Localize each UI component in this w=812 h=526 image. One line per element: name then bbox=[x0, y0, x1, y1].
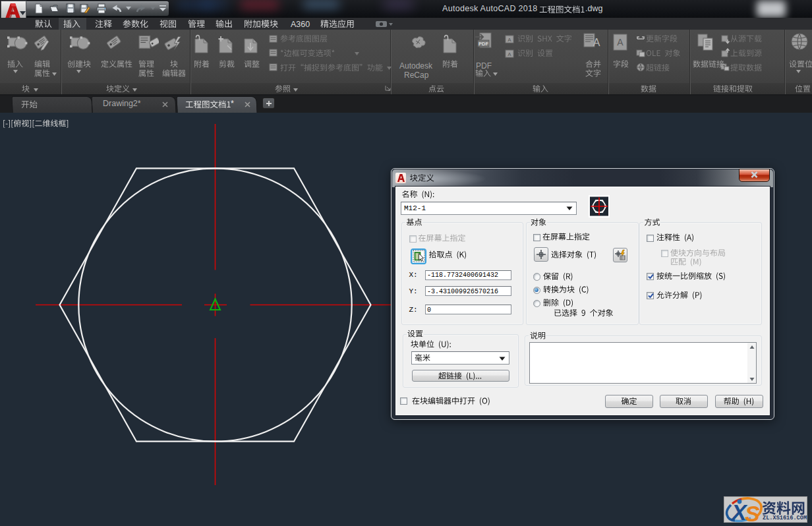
svg-text:S: S bbox=[745, 501, 760, 523]
